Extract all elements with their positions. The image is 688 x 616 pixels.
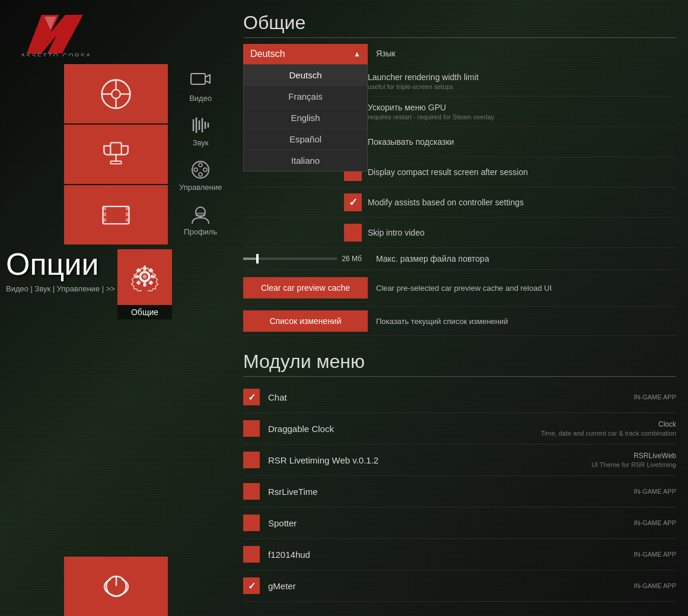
dropdown-item-francais[interactable]: Français [244, 86, 367, 107]
power-button[interactable] [64, 557, 168, 616]
module-spotter-checkbox[interactable] [243, 515, 260, 531]
module-clock: Draggable Clock Clock Time, date and cur… [243, 413, 676, 444]
nav-controls[interactable]: Управление [172, 153, 229, 198]
active-nav-label: Общие [117, 304, 172, 319]
module-clock-checkbox[interactable] [243, 420, 260, 437]
module-rsrlivetime-tag: IN-GAME APP [633, 488, 676, 495]
logo: ASSETTO CORSA [6, 6, 125, 59]
dropdown-header[interactable]: Deutsch ▲ [243, 44, 368, 64]
module-rsr-tag: RSRLiveWeb UI Theme for RSR Livetiming [591, 452, 676, 468]
clear-cache-control: Clear car preview cache [243, 274, 368, 303]
svg-rect-11 [110, 161, 121, 164]
show-hints-label: Показывать подсказки [368, 137, 676, 147]
gpu-menu-label: Ускорить меню GPU requires restart - req… [368, 103, 676, 120]
clear-cache-row: Clear car preview cache Clear pre-select… [243, 270, 676, 307]
module-rsrlivetime-checkbox[interactable] [243, 483, 260, 500]
dropdown-item-english[interactable]: English [244, 107, 367, 129]
svg-point-40 [199, 163, 202, 167]
language-label: Язык [368, 44, 676, 63]
left-icon-panels [64, 64, 168, 246]
svg-rect-31 [191, 74, 205, 84]
module-chat-name: Chat [268, 392, 633, 402]
svg-rect-15 [103, 218, 107, 222]
race-icon-box[interactable] [64, 64, 168, 123]
skip-intro-control [243, 224, 368, 242]
nav-profile-label: Профиль [184, 227, 217, 236]
clear-cache-button[interactable]: Clear car preview cache [243, 277, 368, 299]
modify-assists-label: Modify assists based on controller setti… [368, 198, 676, 207]
svg-point-43 [203, 168, 207, 172]
module-gmeter-tag: IN-GAME APP [633, 582, 676, 589]
video-icon-box[interactable] [64, 185, 168, 245]
modules-title: Модули меню [243, 351, 676, 377]
modify-assists-control [243, 193, 368, 211]
left-nav: Видео Звук Управление Проф [172, 64, 229, 242]
changelog-control: Список изменений [243, 310, 368, 332]
compact-result-label: Display compact result screen after sess… [368, 167, 676, 177]
dropdown-menu: Deutsch Français English Español Italian… [243, 64, 368, 172]
module-chat-checkbox[interactable] [243, 389, 260, 405]
language-dropdown[interactable]: Deutsch ▲ Deutsch Français English Españ… [243, 44, 368, 64]
options-title: Опции [6, 246, 115, 282]
module-f12014hud-checkbox[interactable] [243, 546, 260, 563]
trophy-icon-box[interactable] [64, 125, 168, 184]
breadcrumb: Видео | Звук | Управление | >> [6, 284, 115, 293]
dropdown-item-deutsch[interactable]: Deutsch [244, 65, 367, 86]
svg-point-21 [143, 275, 147, 279]
launcher-width-label: Launcher rendering width limit useful fo… [368, 72, 676, 90]
modules-section: Модули меню Chat IN-GAME APP Draggable C… [243, 351, 676, 602]
settings-area: Deutsch ▲ Deutsch Français English Españ… [243, 44, 676, 336]
module-gmeter: gMeter IN-GAME APP [243, 570, 676, 602]
svg-rect-23 [144, 266, 146, 271]
replay-size-row: 26 Мб Макс. размер файла повтора [243, 248, 676, 270]
skip-intro-row: Skip intro video [243, 218, 676, 248]
module-chat-tag: IN-GAME APP [633, 393, 676, 401]
slider-fill [243, 258, 257, 260]
language-row: Deutsch ▲ Deutsch Français English Españ… [243, 44, 676, 64]
svg-rect-30 [148, 280, 153, 285]
nav-video-label: Видео [189, 94, 212, 103]
module-spotter: Spotter IN-GAME APP [243, 507, 676, 539]
changelog-label: Показать текущий список изменений [368, 317, 676, 326]
svg-rect-24 [144, 282, 146, 287]
dropdown-item-italiano[interactable]: Italiano [244, 150, 367, 171]
modules-list: Chat IN-GAME APP Draggable Clock Clock T… [243, 382, 676, 602]
module-spotter-tag-name: IN-GAME APP [633, 519, 676, 526]
svg-point-41 [199, 173, 202, 176]
replay-slider-control[interactable]: 26 Мб [243, 255, 368, 263]
module-f12014hud-name: f12014hud [268, 550, 633, 560]
module-rsrlivetime-tag-name: IN-GAME APP [633, 488, 676, 495]
module-spotter-tag: IN-GAME APP [633, 519, 676, 526]
module-rsrlivetime-name: RsrLiveTime [268, 487, 633, 497]
module-rsr-name: RSR Livetiming Web v.0.1.2 [268, 455, 591, 465]
nav-controls-label: Управление [179, 183, 222, 192]
svg-point-42 [194, 168, 198, 172]
dropdown-item-espanol[interactable]: Español [244, 129, 367, 150]
module-gmeter-checkbox[interactable] [243, 577, 260, 594]
svg-rect-45 [196, 213, 205, 216]
svg-marker-0 [27, 15, 83, 53]
module-rsr-checkbox[interactable] [243, 452, 260, 468]
nav-video[interactable]: Видео [172, 64, 229, 109]
svg-rect-29 [136, 280, 141, 285]
active-nav-gear-box[interactable] [117, 249, 172, 304]
module-chat: Chat IN-GAME APP [243, 382, 676, 413]
options-section: Опции Видео | Звук | Управление | >> [6, 246, 115, 293]
module-rsr-tag-name: RSRLiveWeb [633, 452, 676, 460]
replay-slider-track[interactable] [243, 258, 337, 260]
svg-marker-32 [205, 75, 210, 83]
skip-intro-checkbox[interactable] [344, 224, 362, 242]
modify-assists-checkbox[interactable] [344, 193, 362, 211]
svg-text:ASSETTO CORSA: ASSETTO CORSA [21, 52, 91, 56]
slider-thumb[interactable] [256, 254, 259, 263]
changelog-button[interactable]: Список изменений [243, 310, 368, 332]
nav-profile[interactable]: Профиль [172, 198, 229, 242]
module-rsr-tag-desc: UI Theme for RSR Livetiming [591, 461, 676, 468]
svg-rect-26 [151, 275, 155, 278]
module-spotter-name: Spotter [268, 518, 633, 528]
nav-sound[interactable]: Звук [172, 109, 229, 153]
svg-rect-9 [110, 142, 121, 154]
module-clock-tag: Clock Time, date and current car & track… [541, 420, 676, 437]
replay-size-value: 26 Мб [342, 255, 362, 263]
replay-size-label: Макс. размер файла повтора [368, 254, 676, 263]
